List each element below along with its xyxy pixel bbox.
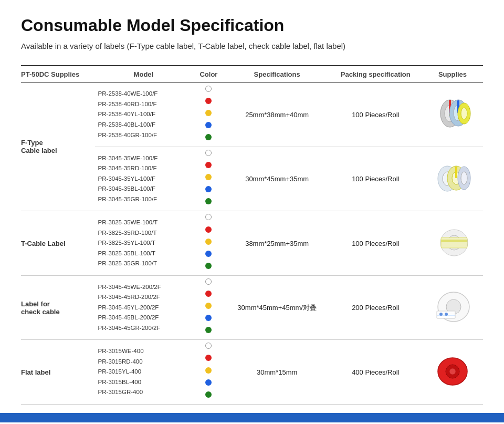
color-dot bbox=[205, 263, 212, 269]
col-header-spec: Specifications bbox=[225, 66, 329, 83]
supplies-cell bbox=[422, 82, 483, 147]
bottom-bar bbox=[0, 413, 504, 422]
col-header-packing: Packing specification bbox=[329, 66, 422, 83]
color-dot bbox=[205, 251, 212, 257]
model-cell: PR-3015WE-400PR-3015RD-400PR-3015YL-400P… bbox=[95, 340, 193, 404]
color-dot bbox=[205, 303, 212, 309]
subtitle: Available in a variety of labels (F-Type… bbox=[21, 40, 483, 53]
col-header-color: Color bbox=[192, 66, 225, 83]
color-dot bbox=[205, 327, 212, 333]
color-dot bbox=[205, 162, 212, 168]
label-cell: Flat label bbox=[21, 340, 95, 404]
svg-rect-18 bbox=[441, 237, 467, 248]
packing-cell: 100 Pieces/Roll bbox=[329, 82, 422, 147]
label-cell: T-Cable Label bbox=[21, 211, 95, 275]
spec-cell: 30mm*15mm bbox=[225, 340, 329, 404]
spec-cell: 38mm*25mm+35mm bbox=[225, 211, 329, 275]
label-cell: F-TypeCable label bbox=[21, 82, 95, 211]
spec-table: PT-50DC Supplies Model Color Specificati… bbox=[21, 65, 483, 405]
color-cell bbox=[192, 82, 225, 147]
col-header-supplies-img: Supplies bbox=[422, 66, 483, 83]
color-dot bbox=[205, 186, 212, 192]
color-cell bbox=[192, 275, 225, 339]
packing-cell: 400 Pieces/Roll bbox=[329, 340, 422, 404]
svg-point-15 bbox=[461, 172, 467, 184]
color-dot bbox=[205, 122, 212, 128]
color-dot bbox=[205, 226, 212, 233]
model-cell: PR-3045-45WE-200/2FPR-3045-45RD-200/2FPR… bbox=[95, 275, 193, 339]
supplies-cell bbox=[422, 275, 483, 339]
color-dot bbox=[205, 379, 212, 386]
packing-cell: 100 Pieces/Roll bbox=[329, 211, 422, 275]
supplies-cell bbox=[422, 211, 483, 275]
color-dot bbox=[205, 214, 212, 220]
page-title: Consumable Model Specification bbox=[21, 16, 483, 35]
color-dot bbox=[205, 315, 212, 321]
label-cell: Label forcheck cable bbox=[21, 275, 95, 339]
color-dot bbox=[205, 391, 212, 398]
svg-point-25 bbox=[439, 313, 443, 316]
color-dot bbox=[205, 278, 212, 285]
spec-cell: 25mm*38mm+40mm bbox=[225, 82, 329, 147]
color-dot bbox=[205, 134, 212, 140]
svg-point-29 bbox=[449, 368, 456, 375]
page-container: Consumable Model Specification Available… bbox=[0, 0, 504, 405]
col-header-supplies: PT-50DC Supplies bbox=[21, 66, 95, 83]
color-dot bbox=[205, 86, 212, 92]
svg-rect-13 bbox=[455, 167, 457, 178]
packing-cell: 100 Pieces/Roll bbox=[329, 147, 422, 211]
color-dot bbox=[205, 355, 212, 361]
color-cell bbox=[192, 147, 225, 211]
color-dot bbox=[205, 198, 212, 204]
model-cell: PR-3045-35WE-100/FPR-3045-35RD-100/FPR-3… bbox=[95, 147, 193, 211]
supplies-cell bbox=[422, 147, 483, 211]
color-cell bbox=[192, 211, 225, 275]
color-dot bbox=[205, 343, 212, 349]
spec-cell: 30mm*45mm+35mm bbox=[225, 147, 329, 211]
model-cell: PR-2538-40WE-100/FPR-2538-40RD-100/FPR-2… bbox=[95, 82, 193, 147]
color-dot bbox=[205, 98, 212, 104]
supplies-cell bbox=[422, 340, 483, 404]
color-dot bbox=[205, 291, 212, 297]
svg-point-8 bbox=[461, 108, 467, 119]
model-cell: PR-3825-35WE-100/TPR-3825-35RD-100/TPR-3… bbox=[95, 211, 193, 275]
packing-cell: 200 Pieces/Roll bbox=[329, 275, 422, 339]
spec-cell: 30mm*45mm+45mm/对叠 bbox=[225, 275, 329, 339]
svg-rect-19 bbox=[441, 240, 467, 242]
color-dot bbox=[205, 239, 212, 245]
color-dot bbox=[205, 110, 212, 116]
color-dot bbox=[205, 367, 212, 374]
color-dot bbox=[205, 150, 212, 156]
color-dot bbox=[205, 174, 212, 180]
col-header-model: Model bbox=[95, 66, 193, 83]
svg-point-26 bbox=[445, 313, 448, 316]
color-cell bbox=[192, 340, 225, 404]
